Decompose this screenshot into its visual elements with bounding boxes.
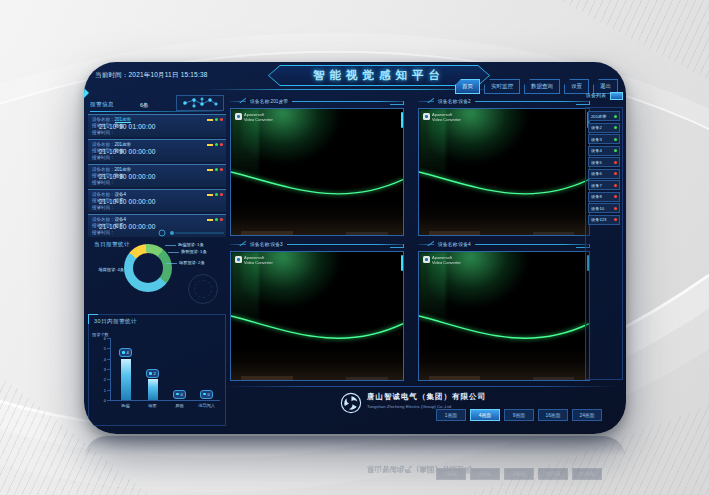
watermark-icon	[423, 113, 430, 120]
watermark: ApowersoftVideo Converter	[235, 113, 273, 122]
dashboard-panel: 当前时间：2021年10月11日 15:15:38 智能视觉感知平台 首页实时监…	[84, 62, 626, 434]
bar-chart: 4跑偏2烟雾0异物0违章闯入	[112, 338, 220, 400]
alarm-card[interactable]: 设备名称：201皮带报警类型：跑偏报警时间：21-10-10 00:00:00	[88, 164, 226, 187]
video-panel-title: 设备名称:设备4	[434, 241, 475, 247]
donut-label: 堆煤报警: 4条	[84, 267, 124, 272]
page-title: 智能视觉感知平台	[313, 68, 445, 83]
bar-group: 0违章闯入	[195, 338, 219, 400]
video-panel-header: 设备名称:201皮带	[230, 97, 404, 107]
status-indicators	[207, 118, 223, 121]
bar-group: 4跑偏	[114, 338, 138, 400]
alarm-time: 报警时间：21-10-10 01:00:00	[92, 130, 222, 136]
donut-label: 撕裂报警: 1条	[181, 249, 207, 254]
video-scrollbar-thumb[interactable]	[401, 255, 404, 271]
donut-label: 烟雾报警: 2条	[179, 260, 205, 265]
watermark-icon	[235, 256, 242, 263]
watermark: ApowersoftVideo Converter	[423, 113, 461, 122]
screen-split-button[interactable]: 16画面	[538, 409, 568, 421]
video-panel-header: 设备名称:设备2	[418, 97, 590, 107]
y-tick-mark	[107, 390, 110, 391]
status-indicators	[207, 143, 223, 146]
nav-button[interactable]: 实时监控	[484, 79, 520, 94]
panel-reflection: 唐山智诚电气（集团）有限公司 1画面4画面9画面16画面24画面	[84, 436, 626, 482]
donut-chart	[124, 244, 172, 292]
device-list-item[interactable]: 设备2	[588, 123, 620, 133]
machinery-silhouette	[419, 347, 589, 380]
alarm-time: 报警时间：21-10-10 00:00:00	[92, 155, 222, 161]
watermark-text: ApowersoftVideo Converter	[244, 256, 273, 265]
video-feed[interactable]: ApowersoftVideo Converter	[230, 251, 404, 381]
device-list-item[interactable]: 设备10	[588, 203, 620, 213]
video-panel-title: 设备名称:设备2	[434, 98, 475, 104]
header-step	[390, 101, 404, 105]
video-feed[interactable]: ApowersoftVideo Converter	[418, 108, 590, 236]
alarm-card[interactable]: 设备名称：201皮带报警类型：跑偏报警时间：21-10-10 01:00:00	[88, 114, 226, 137]
donut-label: 跑偏报警: 1条	[178, 242, 204, 247]
bar-value-badge: 0	[200, 390, 213, 399]
bar-value-badge: 0	[173, 390, 186, 399]
alarm-card[interactable]: 设备名称：设备4报警类型：烟雾报警时间：21-10-10 00:00:00	[88, 189, 226, 212]
alarm-card[interactable]: 设备名称：201皮带报警类型：跑偏报警时间：21-10-10 00:00:00	[88, 139, 226, 162]
nav-button[interactable]: 首页	[455, 79, 480, 94]
alarm-panel-title: 报警信息	[90, 101, 114, 108]
company-name-cn: 唐山智诚电气（集团）有限公司	[367, 392, 486, 402]
bar	[121, 359, 131, 400]
monthly-stats-title: 30日内报警统计	[94, 318, 137, 325]
bar-category-label: 异物	[175, 403, 183, 408]
y-tick-mark	[107, 400, 110, 401]
y-tick-mark	[107, 359, 110, 360]
divider	[224, 386, 620, 387]
screen-split-button[interactable]: 4画面	[470, 409, 500, 421]
reflection-button: 9画面	[504, 468, 534, 480]
y-tick-label: 1	[96, 388, 106, 393]
watermark-text: ApowersoftVideo Converter	[432, 113, 461, 122]
screen-split-button[interactable]: 1画面	[436, 409, 466, 421]
screen-split-button[interactable]: 24画面	[572, 409, 602, 421]
device-list-item[interactable]: 201皮带	[588, 111, 620, 121]
reflection-button: 1画面	[436, 468, 466, 480]
y-tick-mark	[107, 338, 110, 339]
device-list-toggle-button[interactable]	[610, 92, 623, 100]
video-panel[interactable]: 设备名称:设备4ApowersoftVideo Converter	[418, 240, 590, 381]
video-feed[interactable]: ApowersoftVideo Converter	[230, 108, 404, 236]
y-axis	[110, 338, 111, 400]
bar	[148, 379, 158, 400]
current-time: 当前时间：2021年10月11日 15:15:38	[95, 71, 208, 80]
device-list-item[interactable]: 设备3	[588, 134, 620, 144]
screen-buttons: 1画面4画面9画面16画面24画面	[436, 409, 602, 421]
screen-split-button[interactable]: 9画面	[504, 409, 534, 421]
company-logo	[340, 392, 362, 414]
y-tick-label: 3	[96, 367, 106, 372]
y-tick-label: 5	[96, 346, 106, 351]
device-list-item[interactable]: 设备8	[588, 192, 620, 202]
status-indicators	[207, 193, 223, 196]
bar-category-label: 违章闯入	[198, 403, 215, 408]
video-panel[interactable]: 设备名称:设备2ApowersoftVideo Converter	[418, 97, 590, 236]
bar-category-label: 跑偏	[121, 403, 129, 408]
video-panel-title: 设备名称:设备3	[246, 241, 287, 247]
device-list-item[interactable]: 设备6	[588, 169, 620, 179]
y-tick-mark	[107, 379, 110, 380]
bar-value-badge: 4	[119, 348, 132, 357]
company-info: 唐山智诚电气（集团）有限公司 Tangshan Zhicheng Electri…	[367, 392, 486, 409]
video-panel[interactable]: 设备名称:201皮带ApowersoftVideo Converter	[230, 97, 404, 236]
device-list-item[interactable]: 设备123	[588, 215, 620, 225]
watermark: ApowersoftVideo Converter	[423, 256, 461, 265]
watermark: ApowersoftVideo Converter	[235, 256, 273, 265]
device-list: 201皮带设备2设备3设备4设备5设备6设备7设备8设备10设备123	[585, 107, 623, 380]
header-step	[390, 244, 404, 248]
y-tick-label: 4	[96, 357, 106, 362]
video-feed[interactable]: ApowersoftVideo Converter	[418, 251, 590, 381]
video-panel-title: 设备名称:201皮带	[246, 98, 292, 104]
video-panel[interactable]: 设备名称:设备3ApowersoftVideo Converter	[230, 240, 404, 381]
nav-button[interactable]: 数据查询	[524, 79, 560, 94]
device-list-item[interactable]: 设备4	[588, 146, 620, 156]
device-list-item[interactable]: 设备5	[588, 157, 620, 167]
edge-accent	[84, 88, 89, 98]
device-list-item[interactable]: 设备7	[588, 180, 620, 190]
machinery-silhouette	[231, 347, 403, 380]
video-scrollbar-thumb[interactable]	[401, 112, 404, 128]
header-step	[576, 101, 590, 105]
alarm-time: 报警时间：21-10-10 00:00:00	[92, 180, 222, 186]
daily-stats-title: 当日报警统计	[94, 241, 130, 248]
